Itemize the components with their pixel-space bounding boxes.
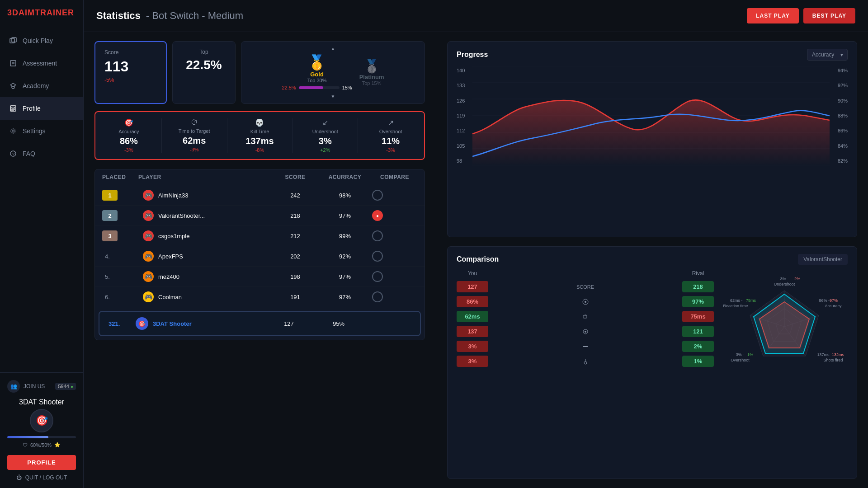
user-rank: 321. xyxy=(108,320,136,327)
compare-cell[interactable] xyxy=(372,271,417,282)
you-kill: 137 xyxy=(457,326,488,337)
rival-name: ValorantShooter xyxy=(798,254,848,265)
level-icon-left: 🛡 xyxy=(23,442,28,448)
chevron-up-icon[interactable]: ▲ xyxy=(249,46,417,51)
rank-plain: 6. xyxy=(102,294,138,300)
svg-text:Overshoot: Overshoot xyxy=(731,358,750,362)
undershoot-value: 3% xyxy=(299,136,351,146)
player-icon: 🎮 xyxy=(143,210,154,221)
sidebar-item-label: FAQ xyxy=(23,150,35,157)
sidebar-item-settings[interactable]: Settings xyxy=(0,120,83,142)
progress-title: Progress xyxy=(457,51,488,59)
header-actions: LAST PLAY BEST PLAY xyxy=(747,8,855,23)
player-name: ApexFPS xyxy=(158,253,273,260)
accuracy-metric-change: -3% xyxy=(103,147,155,153)
svg-marker-39 xyxy=(754,294,815,353)
accuracy-dropdown[interactable]: Accuracy Score Kill Time xyxy=(807,49,848,61)
kill-time-icon: 💀 xyxy=(234,118,286,127)
sidebar-item-academy[interactable]: Academy xyxy=(0,75,83,97)
gold-rank: 🥇 Gold Top 30% 22.5% 15% xyxy=(282,54,352,90)
rank-badge: 2 xyxy=(102,210,138,221)
compare-button[interactable] xyxy=(372,291,383,302)
accuracy-metric-label: Accuracy xyxy=(103,129,155,134)
app-logo: 3DAIMTRAINER xyxy=(0,0,83,26)
rank-pct-next: 15% xyxy=(342,85,352,90)
svg-text:3% -: 3% - xyxy=(736,352,745,357)
rank-progress-row: 22.5% 15% xyxy=(282,85,352,90)
accuracy-cell: 99% xyxy=(318,233,372,239)
kill-time-change: -8% xyxy=(234,147,286,153)
rank-progress-bar xyxy=(299,86,340,89)
compare-button[interactable]: ● xyxy=(372,210,383,221)
score-cell: 212 xyxy=(273,233,318,239)
rank-pct-you: 22.5% xyxy=(282,85,296,90)
col-score: SCORE xyxy=(273,174,318,180)
compare-button[interactable] xyxy=(372,271,383,282)
divider xyxy=(161,118,162,153)
page-title: Statistics xyxy=(96,10,141,22)
undershoot-change: +2% xyxy=(299,147,351,153)
col-compare: COMPARE xyxy=(372,174,417,180)
you-over: 3% xyxy=(457,356,488,367)
level-display: 60%/50% xyxy=(30,442,52,448)
assessment-icon xyxy=(9,59,17,67)
undershoot-label: Undershoot xyxy=(299,129,351,134)
accuracy-metric-icon xyxy=(492,299,679,305)
svg-text:?: ? xyxy=(12,152,14,156)
compare-cell[interactable] xyxy=(372,230,417,241)
chart-svg-area xyxy=(472,66,830,165)
time-icon: ⏱ xyxy=(168,118,221,127)
compare-button[interactable] xyxy=(372,190,383,201)
compare-button[interactable] xyxy=(372,251,383,262)
sidebar-item-quick-play[interactable]: Quick Play xyxy=(0,29,83,52)
comparison-header: Comparison ValorantShooter xyxy=(457,254,848,265)
table-row: 3 🎮 csgos1mple 212 99% xyxy=(95,226,425,246)
compare-cell[interactable]: ● xyxy=(372,210,417,221)
score-cell: 218 xyxy=(273,212,318,219)
svg-rect-2 xyxy=(10,61,16,66)
overshoot-icon: ↗ xyxy=(364,118,417,127)
right-panel: Progress Accuracy Score Kill Time ▼ 140 … xyxy=(436,32,868,488)
user-accuracy: 95% xyxy=(311,320,366,327)
compare-cell[interactable] xyxy=(372,251,417,262)
last-play-button[interactable]: LAST PLAY xyxy=(747,8,799,23)
svg-rect-21 xyxy=(583,315,587,318)
accuracy-cell: 98% xyxy=(318,192,372,199)
progress-header: Progress Accuracy Score Kill Time ▼ xyxy=(457,49,848,61)
score-cell: 242 xyxy=(273,192,318,199)
comparison-table: You Rival 127 SCORE 218 86% xyxy=(457,270,714,385)
score-metric: SCORE xyxy=(492,284,679,290)
main-content: Statistics - Bot Switch - Medium LAST PL… xyxy=(84,0,868,488)
compare-button[interactable] xyxy=(372,230,383,241)
sidebar-item-profile[interactable]: Profile xyxy=(0,97,83,120)
undershoot-metric: ↙ Undershoot 3% +2% xyxy=(299,118,351,153)
best-play-button[interactable]: BEST PLAY xyxy=(803,8,855,23)
accuracy-cell: 97% xyxy=(318,273,372,280)
rival-reaction: 75ms xyxy=(682,311,714,322)
sidebar-item-faq[interactable]: ? FAQ xyxy=(0,142,83,165)
settings-icon xyxy=(9,127,17,135)
lb-header: PLACED PLAYER SCORE ACURRACY COMPARE xyxy=(95,169,425,185)
accuracy-cell: 92% xyxy=(318,253,372,260)
faq-icon: ? xyxy=(9,150,17,158)
chart-y-right-labels: 94% 92% 90% 88% 86% 84% 82% xyxy=(830,66,848,165)
join-count: 5944 ● xyxy=(55,383,76,390)
svg-text:97%: 97% xyxy=(830,298,838,303)
kill-time-value: 137ms xyxy=(234,136,286,146)
sidebar-item-assessment[interactable]: Assessment xyxy=(0,52,83,75)
platinum-rank: 🥈 Platinum Top 15% xyxy=(359,59,384,86)
player-icon: 🎮 xyxy=(143,271,154,282)
top-value: 22.5% xyxy=(182,58,226,72)
accuracy-cell: 97% xyxy=(318,294,372,300)
compare-cell[interactable] xyxy=(372,190,417,201)
leaderboard: PLACED PLAYER SCORE ACURRACY COMPARE 1 🎮… xyxy=(94,169,425,340)
sidebar-item-label: Quick Play xyxy=(23,37,53,44)
profile-button[interactable]: PROFILE xyxy=(7,455,76,470)
compare-cell[interactable] xyxy=(372,291,417,302)
quit-label: QUIT / LOG OUT xyxy=(25,474,67,481)
player-name: Coolman xyxy=(158,294,273,300)
player-name: csgos1mple xyxy=(158,233,273,239)
quit-link[interactable]: ⏻ QUIT / LOG OUT xyxy=(7,470,76,481)
chevron-down-icon[interactable]: ▼ xyxy=(249,94,417,99)
rank-badge: 1 xyxy=(102,190,138,201)
